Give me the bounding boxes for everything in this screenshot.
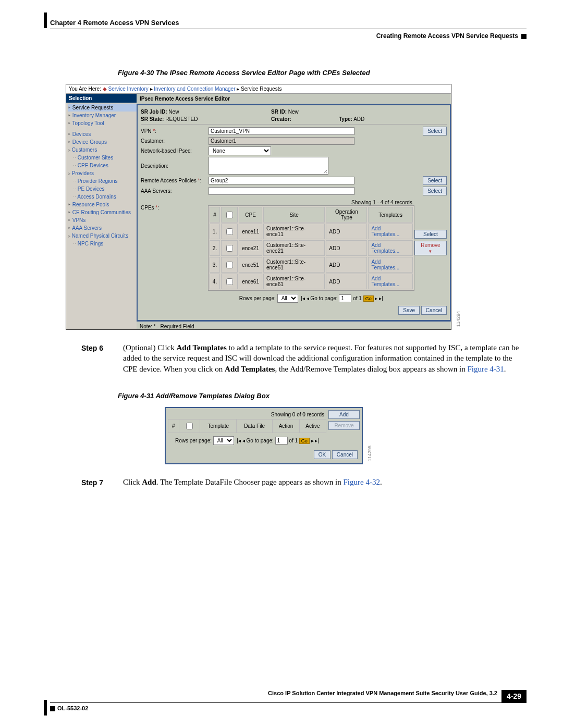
image-number: 114294 <box>456 311 461 327</box>
footer-doc-title: Cisco IP Solution Center Integrated VPN … <box>50 690 497 696</box>
breadcrumb-link[interactable]: Inventory and Connection Manager <box>154 86 235 92</box>
nav-devices[interactable]: Devices <box>68 130 137 138</box>
ok-button[interactable]: OK <box>314 450 331 459</box>
save-button[interactable]: Save <box>398 306 420 315</box>
figure-4-30-caption: Figure 4-30 The IPsec Remote Access Serv… <box>118 69 527 77</box>
cpe-table: # CPE Site Operation Type Templates 1.en… <box>208 205 414 291</box>
go-button[interactable]: Go <box>363 295 374 302</box>
step-7-body: Click Add. The Template DataFile Chooser… <box>123 477 527 488</box>
aaa-field[interactable] <box>209 187 354 195</box>
pager-2: Rows per page: All |◂ ◂ Go to page: of 1… <box>168 433 326 446</box>
selection-panel: Selection Service Requests Inventory Man… <box>66 94 137 329</box>
nav-aaa-servers[interactable]: AAA Servers <box>68 224 137 232</box>
breadcrumb: You Are Here: ◆ Service Inventory ▸ Inve… <box>66 84 451 94</box>
nav-vpns[interactable]: VPNs <box>68 216 137 224</box>
step-6-label: Step 6 <box>81 342 123 374</box>
ipsec-select[interactable]: None <box>209 146 271 155</box>
add-templates-link[interactable]: Add Templates... <box>368 240 412 256</box>
templates-table: # Template Data File Action Active <box>168 419 326 433</box>
rows-per-page[interactable]: All <box>213 436 234 445</box>
go-button[interactable]: Go <box>299 438 310 444</box>
vpn-select-button[interactable]: Select <box>423 127 447 135</box>
nav-topology-tool[interactable]: Topology Tool <box>68 119 137 127</box>
nav-cpe-devices[interactable]: CPE Devices <box>68 162 137 169</box>
row-checkbox[interactable] <box>226 228 233 235</box>
select-all-checkbox[interactable] <box>186 423 193 429</box>
nav-resource-pools[interactable]: Resource Pools <box>68 201 137 208</box>
cpe-select-button[interactable]: Select <box>414 230 447 239</box>
row-checkbox[interactable] <box>226 245 233 252</box>
nav-access-domains[interactable]: Access Domains <box>68 193 137 201</box>
add-templates-link[interactable]: Add Templates... <box>368 257 412 273</box>
nav-ce-routing[interactable]: CE Routing Communities <box>68 208 137 216</box>
required-note: Note: * - Required Field <box>137 322 451 329</box>
add-button[interactable]: Add <box>328 410 360 419</box>
table-row: 4.ence61Customer1::Site-ence61ADDAdd Tem… <box>210 274 413 289</box>
description-field[interactable] <box>209 157 328 175</box>
table-row: 3.ence51Customer1::Site-ence51ADDAdd Tem… <box>210 257 413 273</box>
aaa-select-button[interactable]: Select <box>423 187 447 195</box>
figure-4-31-caption: Figure 4-31 Add/Remove Templates Dialog … <box>118 392 527 400</box>
breadcrumb-link[interactable]: Service Inventory <box>108 86 148 92</box>
nav-inventory-manager[interactable]: Inventory Manager <box>68 112 137 119</box>
cancel-button[interactable]: Cancel <box>421 306 447 315</box>
nav-npc-rings[interactable]: NPC Rings <box>68 240 137 248</box>
step-6-body: (Optional) Click Add Templates to add a … <box>123 342 527 374</box>
chapter-heading: Chapter 4 Remote Access VPN Services <box>50 19 527 27</box>
row-checkbox[interactable] <box>226 262 233 268</box>
record-count: Showing 1 - 4 of 4 records <box>208 199 414 205</box>
select-all-checkbox[interactable] <box>226 212 233 218</box>
nav-device-groups[interactable]: Device Groups <box>68 138 137 146</box>
step-7-label: Step 7 <box>81 477 123 488</box>
vpn-field[interactable] <box>209 127 354 135</box>
page-number: 4-29 <box>501 690 527 702</box>
editor-title: IPsec Remote Access Service Editor <box>137 94 451 104</box>
pager: Rows per page: All |◂ ◂ Go to page: of 1… <box>208 291 414 304</box>
cancel-button[interactable]: Cancel <box>332 450 358 459</box>
rap-field[interactable] <box>209 177 354 184</box>
cpe-remove-button[interactable]: Remove <box>414 241 447 255</box>
selection-header: Selection <box>66 94 137 103</box>
remove-button-disabled: Remove <box>328 421 360 430</box>
goto-page[interactable] <box>339 294 351 302</box>
record-count-2: Showing 0 of 0 records <box>168 410 326 419</box>
rows-per-page[interactable]: All <box>277 294 298 303</box>
row-checkbox[interactable] <box>226 278 233 285</box>
nav-provider-regions[interactable]: Provider Regions <box>68 177 137 185</box>
nav-service-requests[interactable]: Service Requests <box>68 104 137 112</box>
nav-pe-devices[interactable]: PE Devices <box>68 185 137 193</box>
nav-customer-sites[interactable]: Customer Sites <box>68 154 137 162</box>
footer-ol: OL-5532-02 <box>50 705 88 711</box>
image-number: 114295 <box>367 446 372 461</box>
goto-page[interactable] <box>275 437 288 445</box>
nav-customers[interactable]: Customers <box>68 146 137 154</box>
section-heading: Creating Remote Access VPN Service Reque… <box>50 32 527 40</box>
section-marker <box>521 34 527 39</box>
add-templates-link[interactable]: Add Templates... <box>368 274 412 289</box>
nav-providers[interactable]: Providers <box>68 169 137 177</box>
figure-4-32-link[interactable]: Figure 4-32 <box>344 478 380 486</box>
add-templates-link[interactable]: Add Templates... <box>368 224 412 239</box>
figure-4-31-link[interactable]: Figure 4-31 <box>467 365 504 373</box>
nav-npc[interactable]: Named Physical Circuits <box>68 232 137 240</box>
table-row: 1.ence11Customer1::Site-ence11ADDAdd Tem… <box>210 224 413 239</box>
customer-field <box>209 137 354 145</box>
rap-select-button[interactable]: Select <box>423 176 447 185</box>
table-row: 2.ence21Customer1::Site-ence21ADDAdd Tem… <box>210 240 413 256</box>
